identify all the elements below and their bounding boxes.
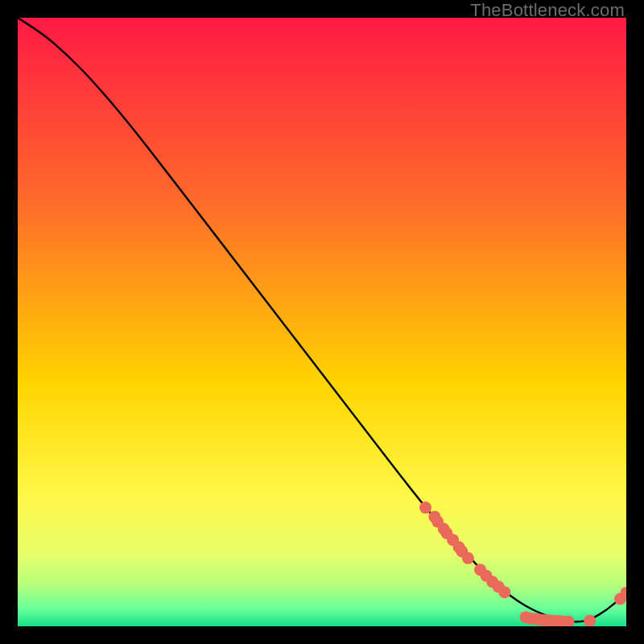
watermark-text: TheBottleneck.com: [470, 0, 625, 21]
data-marker: [584, 615, 596, 626]
data-marker: [498, 586, 510, 598]
bottleneck-chart: [18, 18, 626, 626]
data-marker: [462, 552, 474, 564]
chart-frame: [18, 18, 626, 626]
data-marker: [419, 502, 431, 514]
gradient-background: [18, 18, 626, 626]
